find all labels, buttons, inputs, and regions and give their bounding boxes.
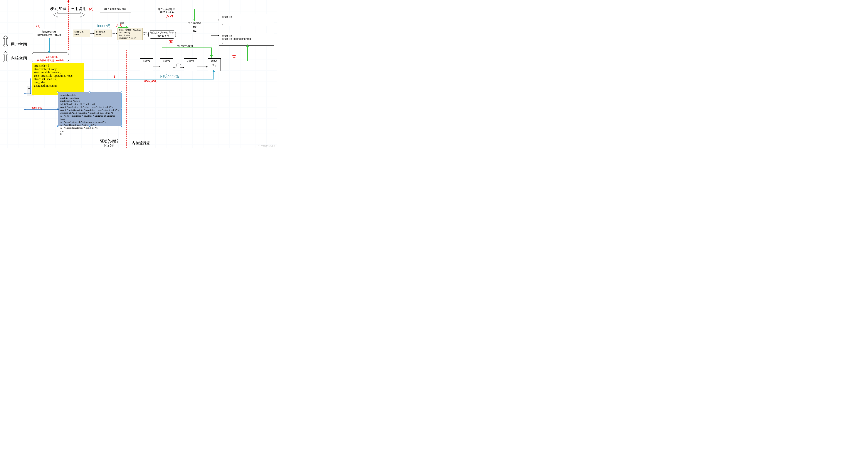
svg-marker-13 bbox=[210, 55, 213, 58]
handle-br[interactable] bbox=[121, 125, 122, 127]
svg-point-22 bbox=[30, 78, 31, 79]
fo-l1: struct file_operations { bbox=[60, 97, 120, 99]
cdevn-fop: *fop bbox=[208, 63, 221, 68]
cdev2-body bbox=[160, 63, 173, 71]
insmod-l1: 加载驱动程序 bbox=[33, 30, 65, 33]
cc-l1: struct kobject kobj; bbox=[34, 67, 82, 71]
svg-marker-21 bbox=[212, 70, 215, 72]
box-open: fd1 = open(dev_file,) bbox=[100, 5, 131, 13]
sfb-l1: struct file { bbox=[222, 34, 272, 37]
divider-vertical-top bbox=[68, 0, 69, 50]
is-l4: struct cdev *i_cdev; bbox=[119, 37, 141, 39]
handle-mr[interactable] bbox=[121, 108, 122, 109]
box-init: __init()初始化 在内存中建立起cdev结构 bbox=[32, 52, 69, 62]
code-fops: include/linux/fs.h struct file_operation… bbox=[58, 92, 122, 126]
cdevn-title: cdevn bbox=[208, 58, 221, 63]
inode2-l1: inode 链表 bbox=[96, 31, 111, 33]
svg-marker-2 bbox=[3, 52, 8, 64]
fd-row-0: fd0 bbox=[187, 25, 203, 29]
fd-row-1: fd1 bbox=[187, 29, 203, 33]
insmod-l2: insmod 驱动程序drv.ko bbox=[33, 33, 65, 37]
label-cdev-add: Cdev_add() bbox=[144, 79, 157, 82]
box-struct-file-top: struct file { } bbox=[219, 14, 274, 26]
init-l1: __init()初始化 bbox=[32, 56, 69, 59]
arrow-b-down bbox=[210, 55, 213, 58]
svg-marker-27 bbox=[57, 108, 59, 110]
step-a2: (A-2) bbox=[165, 14, 173, 18]
svg-marker-12 bbox=[193, 19, 196, 21]
box-inode2: inode 链表 inode 2 bbox=[95, 30, 112, 37]
box-inode1: inode 链表 inode 1 bbox=[73, 30, 90, 37]
sft-l1: struct file { bbox=[222, 15, 272, 18]
fo-l10: int (*release) (struct inode *, struct f… bbox=[60, 126, 120, 129]
arrow-divider-top-up bbox=[67, 0, 70, 2]
is-l2: struct inode{ bbox=[119, 31, 141, 34]
fo-l6: unsigned int (*poll) (struct file *, str… bbox=[60, 111, 120, 114]
arrow-load-call bbox=[53, 11, 85, 19]
svg-marker-16 bbox=[159, 66, 160, 67]
handle-tc[interactable] bbox=[89, 92, 90, 93]
svg-marker-8 bbox=[143, 32, 149, 35]
label-kernel-runtime: 内核运行态 bbox=[132, 140, 150, 145]
handle-tr[interactable] bbox=[121, 92, 122, 93]
ri-l2: i_rdev 设备号 bbox=[149, 34, 176, 37]
fo-l11: …… bbox=[60, 129, 120, 132]
handle-bl[interactable] bbox=[57, 125, 58, 127]
is-l5: } bbox=[119, 39, 141, 42]
svg-marker-0 bbox=[67, 0, 70, 2]
step-a: (A) bbox=[89, 7, 93, 11]
cc-l0: struct cdev { bbox=[34, 64, 82, 67]
step-c: (C) bbox=[231, 55, 236, 59]
arrow-1-2 bbox=[48, 51, 51, 54]
is-l1: 加载了结构体，放入链表 bbox=[119, 29, 141, 31]
sfb-l2: struct file_operations *fop; bbox=[222, 37, 272, 40]
bline-add-v bbox=[214, 71, 214, 79]
fo-l12: }; bbox=[60, 132, 120, 135]
cdevx-body bbox=[184, 63, 197, 71]
sft-l2: } bbox=[222, 23, 272, 26]
divider-user-kernel bbox=[0, 50, 277, 50]
divider-vertical-bottom bbox=[126, 50, 127, 148]
arrow-inode2-struct bbox=[112, 33, 117, 34]
svg-marker-20 bbox=[48, 51, 51, 54]
gline-a2-v bbox=[194, 9, 195, 20]
svg-marker-7 bbox=[116, 33, 117, 34]
label-user-space: 用户空间 bbox=[11, 41, 27, 47]
gline-open-down bbox=[118, 13, 118, 28]
label-inode-chain: inode链 bbox=[97, 23, 110, 28]
fo-l2: struct module *owner; bbox=[60, 99, 120, 102]
line-cdev-init bbox=[24, 79, 59, 110]
box-read-inode: 读入文件的inode 取得 i_rdev 设备号 bbox=[148, 30, 176, 39]
is-l3: dev_t i_rdev; bbox=[119, 34, 141, 37]
label-kernel-space: 内核空间 bbox=[11, 56, 27, 61]
svg-point-25 bbox=[24, 109, 26, 110]
svg-marker-14 bbox=[246, 44, 249, 47]
gline-c-v bbox=[247, 46, 248, 61]
inode1-l2: inode 1 bbox=[74, 33, 89, 36]
cc-l2: struct module *owner; bbox=[34, 71, 82, 74]
svg-marker-10 bbox=[218, 35, 219, 36]
svg-marker-17 bbox=[183, 67, 184, 68]
box-struct-file-bot: struct file { struct file_operations *fo… bbox=[219, 33, 274, 46]
arrow-open-to-struct bbox=[126, 26, 129, 29]
box-insmod: 加载驱动程序 insmod 驱动程序drv.ko bbox=[33, 29, 65, 38]
cdev1-body bbox=[140, 63, 153, 71]
arrow-cx-cn bbox=[197, 66, 208, 68]
fd-title: 文件描述符表 bbox=[187, 21, 203, 25]
init-l2: 在内存中建立起cdev结构 bbox=[32, 59, 69, 62]
label-driver-init-part: 驱动的初始化部分 bbox=[97, 139, 121, 147]
step-1: (1) bbox=[36, 24, 40, 28]
label-find-irdev: 用i_rdev号找到 bbox=[177, 44, 193, 48]
cdevx-title: Cdevx bbox=[184, 58, 197, 63]
arrow-user-space bbox=[1, 35, 10, 48]
arrow-struct-read bbox=[143, 31, 149, 35]
handle-bc[interactable] bbox=[89, 125, 90, 127]
arrow-a2-down bbox=[193, 19, 196, 21]
inode1-l1: inode 链表 bbox=[74, 31, 89, 33]
arrow-c-up bbox=[246, 44, 249, 47]
fo-l7: int (*ioctl) (struct inode *, struct fil… bbox=[60, 114, 120, 120]
arrow-kernel-space bbox=[1, 52, 10, 64]
box-inode-struct: 加载了结构体，放入链表 struct inode{ dev_t i_rdev; … bbox=[117, 28, 143, 40]
arrow-fd0-file bbox=[203, 19, 219, 29]
gline-b-v2 bbox=[211, 47, 212, 56]
